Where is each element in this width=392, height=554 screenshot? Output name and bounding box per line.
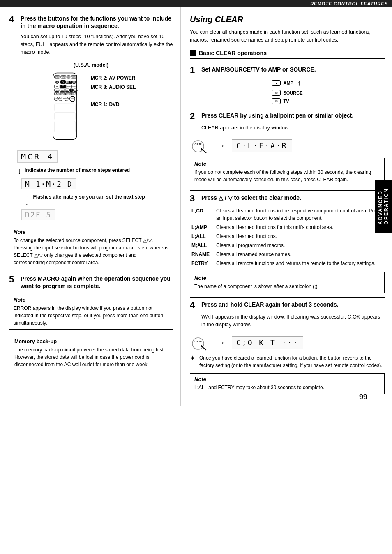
arrow-right-icon2: → [217,338,225,347]
memory-text: The memory back-up circuit prevents the … [14,346,168,368]
amp-circle: ● [272,80,281,86]
svg-rect-55 [55,121,75,132]
note-step3-box: Note The name of a component is shown af… [190,272,385,293]
note-step3-label: Note [194,275,380,281]
right-step1-title: Set AMP/SOURCE/TV to AMP or SOURCE. [201,66,316,73]
svg-text:DTV: DTV [55,98,58,100]
tv-btn: ▭ TV [272,98,289,104]
svg-text:TUNER: TUNER [60,89,65,91]
svg-text:V-AUX: V-AUX [55,93,59,95]
tip-text: Once you have cleared a learned function… [199,354,385,369]
amp-source-buttons: ● AMP ↑ ▭ SOURCE ▭ TV [272,79,302,104]
right-step4-body: WAIT appears in the display window. If c… [201,313,385,329]
note-step2-box: Note If you do not complete each of the … [190,158,385,186]
note-step2-label: Note [194,161,380,167]
amp-label: AMP [283,81,293,85]
right-step2-body: CLEAR appears in the display window. [201,124,385,132]
tv-circle-label: ▭ [275,99,278,103]
source-btn: ▭ SOURCE [272,90,302,96]
svg-text:CD-R: CD-R [72,93,76,95]
mcr3-label: MCR 3: AUDIO SEL [91,84,136,90]
down-arrow-icon: ↓ [17,167,21,175]
clear-mode-desc: Clears all learned functions. [214,232,385,241]
section-title: Using CLEAR [190,15,385,24]
section-line-1 [190,62,385,62]
remote-svg: POWER POWER SLEEP POWER TV AV 0 [46,71,83,145]
mcr1-label: MCR 1: DVD [91,102,136,107]
amp-source-diagram: ● AMP ↑ ▭ SOURCE ▭ TV [190,79,385,104]
right-step3-header: 3 Press △ / ▽ to select the clear mode. [190,194,385,203]
clear-mode-code: FCTRY [190,259,214,268]
updown-arrows: ↑ ↓ [25,194,28,206]
right-column: Using CLEAR You can clear all changes ma… [181,7,392,406]
note-final-text: L;ALL and FCTRY may take about 30 second… [194,384,380,391]
svg-text:2: 2 [62,85,64,87]
svg-text:CD-R/IN: CD-R/IN [71,85,77,87]
remote-labels: MCR 2: AV POWER MCR 3: AUDIO SEL MCR 1: … [91,71,136,107]
right-step1-header: 1 Set AMP/SOURCE/TV to AMP or SOURCE. [190,66,385,75]
right-step2-number: 2 [190,112,197,121]
note2-label: Note [14,297,168,303]
clear-mode-table: L;CDClears all learned functions in the … [190,206,385,268]
clear-pen-icon2: CLEAR [190,335,210,351]
sidebar-label: ADVANCEDOPERATION [378,188,389,224]
tip-icon: ✦ [190,354,195,362]
right-step2-title: Press CLEAR by using a ballpoint pen or … [201,112,353,119]
svg-text:CD-R/IN: CD-R/IN [72,89,78,91]
clear-mode-desc: Clears all programmed macros. [214,241,385,250]
clear-mode-desc: Clears all renamed source names. [214,250,385,259]
top-bar: REMOTE CONTROL FEATURES [0,0,392,7]
clear-pen-icon: CLEAR [190,137,210,154]
note1-box: Note To change the selected source compo… [9,226,173,269]
svg-text:XM: XM [56,85,58,87]
macro-display-area: MCR 4 ↓ Indicates the number of macro st… [9,150,173,220]
section-intro: You can clear all changes made in each f… [190,28,385,44]
step5-title: Press MACRO again when the operation seq… [21,275,173,290]
right-step4-header: 4 Press and hold CLEAR again for about 3… [190,301,385,310]
note2-text: ERROR appears in the display window if y… [14,305,168,327]
clear-mode-desc: Clears all learned functions in the resp… [214,206,385,223]
display-seg-2: M 1·M·2 D [21,178,76,189]
svg-rect-54 [55,112,75,120]
step4-number: 4 [9,15,16,24]
diagram-area: (U.S.A. model) POWER POWER SL [9,62,173,220]
memory-box: Memory back-up The memory back-up circui… [9,335,173,372]
svg-text:POWER: POWER [60,76,66,78]
svg-point-60 [192,338,204,349]
svg-text:SLEEP: SLEEP [67,76,70,78]
arrow-up-icon: ↑ [297,79,301,88]
sidebar-tab: ADVANCEDOPERATION [375,180,392,233]
svg-point-63 [201,345,202,347]
svg-text:MD/TAPE: MD/TAPE [65,93,71,95]
svg-text:CD: CD [66,89,69,91]
top-bar-label: REMOTE CONTROL FEATURES [310,1,388,6]
macro-display-2: M 1·M·2 D [21,178,173,189]
note-step3-text: The name of a component is shown after a… [194,283,380,290]
svg-point-56 [192,141,204,152]
amp-circle-label: ● [275,82,277,85]
cok-display-text: C;O K T ··· [232,336,303,349]
clear-button-svg: CLEAR [190,137,210,154]
note-step2-text: If you do not complete each of the follo… [194,169,380,183]
note-final-box: Note L;ALL and FCTRY may take about 30 s… [190,373,385,394]
svg-text:POWER: POWER [54,76,60,78]
svg-text:CLEAR: CLEAR [194,143,202,145]
step5-area: 5 Press MACRO again when the operation s… [9,275,173,290]
clear-mode-code: RNAME [190,250,214,259]
indicates-label: Indicates the number of macro steps ente… [25,167,130,174]
page-number: 99 [359,393,367,402]
svg-text:PHONO: PHONO [54,89,59,91]
svg-text:0: 0 [67,81,68,83]
source-label: SOURCE [283,90,302,95]
arrow-right-icon: → [217,141,225,150]
mcr2-label: MCR 2: AV POWER [91,75,136,81]
svg-text:ADD SEL: ADD SEL [65,85,71,87]
up-arrow-icon: ↑ [25,194,28,200]
left-column: 4 Press the buttons for the functions yo… [0,7,181,406]
clear-display-text: C·L·E·A·R [232,139,292,152]
remote-svg-container: POWER POWER SLEEP POWER TV AV 0 [46,71,83,146]
clear-mode-row: L;AMPClears all learned functions for th… [190,223,385,232]
clear-mode-code: L;ALL [190,232,214,241]
clear-button-svg2: CLEAR [190,335,210,351]
section-line-2 [190,108,385,108]
